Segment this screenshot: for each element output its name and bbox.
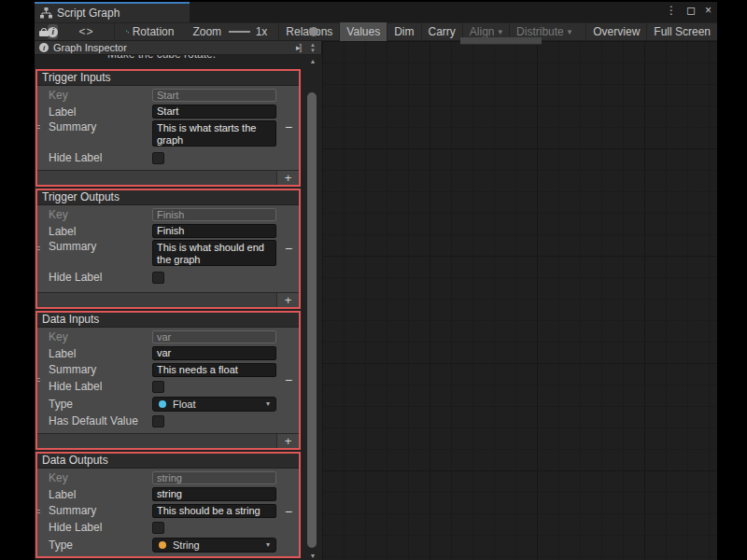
graph-canvas[interactable]: [322, 41, 717, 560]
inspector-scrollbar[interactable]: ▲ ▼: [303, 55, 322, 560]
chevron-down-icon: ▾: [568, 27, 572, 36]
has-default-value-checkbox[interactable]: [152, 415, 164, 427]
lock-icon[interactable]: [39, 28, 41, 36]
tab-bar: Script Graph ⋮ ◻ ×: [35, 2, 717, 22]
zoom-slider-track: [229, 31, 250, 33]
key-field: Start: [152, 89, 276, 102]
chevron-down-icon: ▾: [266, 540, 270, 549]
string-type-icon: [159, 541, 166, 549]
hide-label-checkbox[interactable]: [152, 522, 164, 534]
window-maximize-icon[interactable]: ◻: [686, 4, 696, 17]
add-item-button[interactable]: +: [276, 293, 299, 307]
type-dropdown[interactable]: String ▾: [152, 538, 276, 553]
key-field: Finish: [152, 208, 276, 221]
chevron-down-icon: ▾: [266, 399, 270, 408]
script-graph-icon: [40, 7, 52, 19]
zoom-value: 1x: [256, 25, 268, 38]
popout-icon[interactable]: ▸]: [296, 43, 301, 52]
add-item-button[interactable]: +: [276, 434, 299, 448]
hide-label-checkbox[interactable]: [152, 152, 164, 164]
drag-handle-icon[interactable]: [35, 246, 40, 252]
drag-handle-icon[interactable]: [35, 510, 40, 515]
label-field[interactable]: var: [152, 346, 276, 360]
summary-field[interactable]: This needs a float: [152, 363, 276, 377]
summary-label: Summary: [49, 363, 152, 376]
label-label: Label: [49, 488, 152, 501]
drag-handle-icon[interactable]: [35, 378, 40, 384]
full-screen-button[interactable]: Full Screen: [646, 22, 717, 41]
type-dropdown[interactable]: Float ▾: [152, 397, 276, 412]
tab-label: Script Graph: [57, 7, 120, 20]
graph-inspector-panel: Make the cube rotate. Trigger Inputs Key…: [35, 55, 322, 560]
toolbar-popup-edge: [460, 37, 542, 45]
inspector-toggle-button[interactable]: i: [48, 24, 58, 39]
hide-label-checkbox[interactable]: [152, 272, 164, 284]
chevron-down-icon: ▾: [499, 27, 503, 36]
unity-graph-window: Script Graph ⋮ ◻ × i <> Rotation Zoom 1x…: [35, 2, 717, 560]
summary-label: Summary: [49, 504, 152, 517]
remove-item-button[interactable]: −: [282, 372, 295, 387]
type-label: Type: [49, 398, 152, 411]
float-type-icon: [159, 400, 166, 408]
key-label: Key: [49, 208, 152, 221]
label-field[interactable]: string: [152, 487, 276, 501]
key-field: string: [152, 471, 276, 484]
section-trigger-inputs: Trigger Inputs Key Start Label Start Sum…: [35, 69, 301, 187]
label-label: Label: [49, 347, 152, 360]
scrollbar-thumb[interactable]: [307, 92, 317, 548]
hide-label-label: Hide Label: [49, 521, 152, 534]
graph-summary-text[interactable]: Make the cube rotate.: [107, 55, 216, 61]
list-item[interactable]: Key Start Label Start Summary This is wh…: [37, 86, 299, 170]
section-footer: +: [37, 433, 299, 448]
list-item[interactable]: Key var Label var Summary This needs a f…: [37, 328, 299, 433]
summary-field[interactable]: This is what starts the graph: [152, 120, 276, 147]
summary-field[interactable]: This should be a string: [152, 504, 276, 518]
scroll-up-icon[interactable]: ▲: [303, 58, 322, 64]
zoom-slider[interactable]: [229, 26, 250, 37]
list-item[interactable]: Key string Label string Summary This sho…: [37, 469, 299, 556]
remove-item-button[interactable]: −: [282, 504, 295, 519]
section-title: Trigger Inputs: [37, 71, 299, 86]
inspector-title: Graph Inspector: [53, 42, 127, 53]
summary-field[interactable]: This is what should end the graph: [152, 240, 276, 266]
label-label: Label: [49, 105, 152, 119]
has-default-value-label: Has Default Value: [49, 414, 152, 427]
summary-label: Summary: [49, 240, 152, 253]
code-preview-button[interactable]: <>: [78, 25, 93, 38]
overview-button[interactable]: Overview: [585, 22, 646, 41]
info-icon: i: [39, 43, 49, 52]
window-menu-icon[interactable]: ⋮: [666, 4, 677, 17]
key-label: Key: [49, 330, 152, 343]
header-spinners[interactable]: ▲ ▼: [305, 42, 320, 53]
values-button[interactable]: Values: [339, 22, 387, 41]
section-trigger-outputs: Trigger Outputs Key Finish Label Finish …: [35, 189, 301, 309]
graph-toolbar: i <> Rotation Zoom 1x Relations Values D…: [35, 22, 717, 41]
section-footer: +: [37, 292, 299, 307]
section-footer: +: [37, 170, 299, 185]
remove-item-button[interactable]: −: [282, 241, 295, 256]
type-value: String: [173, 539, 200, 551]
summary-label: Summary: [49, 120, 152, 133]
section-title: Data Inputs: [37, 313, 299, 328]
section-title: Data Outputs: [37, 454, 299, 469]
hide-label-checkbox[interactable]: [152, 381, 164, 393]
dim-button[interactable]: Dim: [387, 22, 420, 41]
tab-script-graph[interactable]: Script Graph: [35, 2, 190, 22]
label-field[interactable]: Finish: [152, 224, 276, 238]
carry-button[interactable]: Carry: [421, 22, 462, 41]
window-close-icon[interactable]: ×: [705, 4, 712, 17]
graph-inspector-header: i Graph Inspector ▸] ▲ ▼: [35, 41, 322, 55]
rotation-icon: [126, 26, 129, 37]
label-field[interactable]: Start: [152, 105, 276, 119]
spinner-down-icon[interactable]: ▼: [310, 48, 316, 53]
remove-item-button[interactable]: −: [282, 119, 295, 134]
section-title: Trigger Outputs: [37, 190, 299, 205]
hide-label-label: Hide Label: [49, 380, 152, 393]
list-item[interactable]: Key Finish Label Finish Summary This is …: [37, 205, 299, 292]
scroll-down-icon[interactable]: ▼: [303, 553, 322, 559]
rotation-label[interactable]: Rotation: [133, 25, 175, 38]
drag-handle-icon[interactable]: [35, 125, 40, 131]
label-label: Label: [49, 225, 152, 238]
hide-label-label: Hide Label: [49, 271, 152, 284]
add-item-button[interactable]: +: [276, 171, 299, 185]
